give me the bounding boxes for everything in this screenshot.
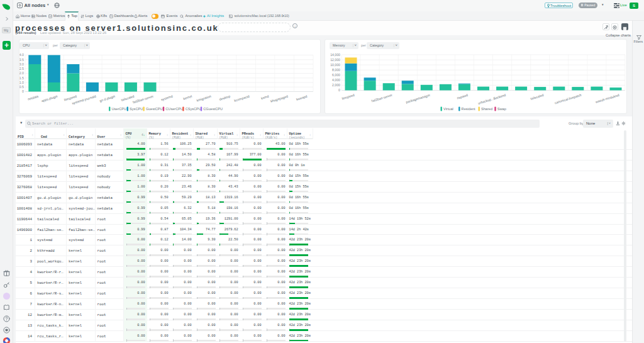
- svg-text:fail2ban-server: fail2ban-server: [371, 93, 393, 103]
- svg-text:kswapd: kswapd: [296, 94, 308, 101]
- svg-text:desktop: desktop: [219, 94, 231, 101]
- svg-text:2.0: 2.0: [19, 71, 24, 75]
- svg-text:packagemanager: packagemanager: [405, 93, 430, 104]
- svg-text:CGuestCPU: CGuestCPU: [203, 107, 223, 111]
- svg-text:0: 0: [22, 89, 24, 93]
- svg-text:CSysCPU: CSysCPU: [186, 107, 201, 111]
- svg-text:tailscaled: tailscaled: [530, 93, 545, 101]
- svg-text:8,000: 8,000: [332, 68, 340, 72]
- svg-text:kcompactd: kcompactd: [234, 94, 250, 103]
- svg-text:0.5: 0.5: [19, 85, 24, 89]
- svg-text:UserCPU: UserCPU: [112, 107, 127, 111]
- svg-text:fail2ban-server: fail2ban-server: [132, 94, 154, 104]
- svg-text:kernel: kernel: [183, 94, 192, 101]
- svg-text:14,000: 14,000: [330, 53, 340, 57]
- svg-text:2.5: 2.5: [19, 67, 24, 70]
- svg-text:6,000: 6,000: [332, 73, 340, 77]
- svg-text:CUserCPU: CUserCPU: [165, 107, 183, 111]
- svg-text:12,000: 12,000: [330, 58, 340, 62]
- svg-text:1.0: 1.0: [19, 81, 24, 84]
- svg-text:4.0: 4.0: [19, 53, 24, 57]
- svg-text:1.5: 1.5: [19, 76, 24, 80]
- svg-text:Virtual: Virtual: [443, 107, 453, 111]
- svg-text:3.0: 3.0: [19, 62, 24, 66]
- svg-text:Shared: Shared: [481, 107, 492, 111]
- svg-text:nspawd: nspawd: [457, 93, 469, 100]
- svg-text:go.d.plugin: go.d.plugin: [99, 94, 116, 103]
- svg-text:kmigration: kmigration: [196, 94, 212, 103]
- svg-text:khugepaged: khugepaged: [270, 94, 288, 103]
- svg-text:wazuh-modulesd: wazuh-modulesd: [595, 93, 619, 104]
- svg-text:ksmd: ksmd: [260, 94, 269, 100]
- svg-text:SysCPU: SysCPU: [130, 107, 143, 111]
- svg-text:3.5: 3.5: [19, 58, 24, 62]
- svg-text:netdata: netdata: [27, 94, 38, 101]
- svg-text:GuestCPU: GuestCPU: [146, 107, 163, 111]
- svg-text:2,000: 2,000: [332, 83, 340, 87]
- svg-text:urbackup...Backend: urbackup...Backend: [477, 93, 506, 105]
- svg-text:litespeed: litespeed: [341, 93, 355, 101]
- svg-text:apps.plugin: apps.plugin: [41, 94, 58, 103]
- svg-text:canonical-livepatch: canonical-livepatch: [554, 93, 582, 105]
- svg-text:4,000: 4,000: [332, 78, 340, 82]
- svg-text:systemd: systemd: [160, 94, 173, 101]
- svg-text:10,000: 10,000: [330, 63, 340, 67]
- svg-text:0: 0: [338, 88, 340, 92]
- svg-text:Swap: Swap: [497, 107, 506, 111]
- svg-text:Resident: Resident: [462, 107, 476, 111]
